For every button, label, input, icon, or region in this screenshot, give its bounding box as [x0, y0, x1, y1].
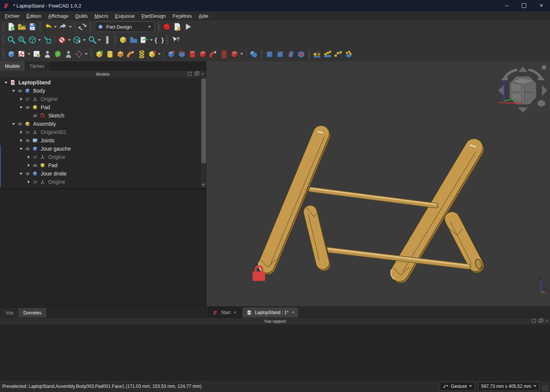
expander-open-icon[interactable] [18, 171, 24, 177]
expander-closed-icon[interactable] [26, 162, 32, 168]
pad-button[interactable] [94, 49, 105, 59]
chevron-down-icon[interactable] [150, 39, 153, 41]
tree-item-label[interactable]: LaptopStand [18, 79, 51, 85]
tree-item-label[interactable]: Origine [41, 96, 58, 102]
create-group-button[interactable] [128, 35, 139, 45]
create-part-button[interactable] [118, 35, 128, 45]
shapebinder-button[interactable] [63, 49, 74, 59]
expander-closed-icon[interactable] [18, 129, 24, 135]
tree-item-origine001[interactable]: Origine001 [0, 128, 201, 136]
eye-icon[interactable] [24, 137, 31, 143]
tree-item-origine[interactable]: Origine [0, 153, 201, 161]
tree-item-sketch[interactable]: Sketch [0, 111, 201, 120]
eye-icon[interactable] [24, 104, 31, 110]
tab-vue[interactable]: Vue [1, 308, 18, 317]
chevron-down-icon[interactable] [158, 53, 161, 55]
close-tab-icon[interactable]: × [233, 310, 236, 315]
tree-item-label[interactable]: Origine001 [41, 129, 67, 135]
view-selection-button[interactable] [42, 35, 53, 45]
boolean-operation-button[interactable] [248, 49, 259, 59]
menu-aide[interactable]: Aide [195, 12, 212, 20]
tree-item-label[interactable]: Sketch [48, 113, 64, 119]
maximize-button[interactable] [515, 0, 533, 11]
arrow-up[interactable] [518, 67, 527, 72]
linear-pattern-button[interactable] [322, 49, 333, 59]
tree-item-label[interactable]: Origine [48, 179, 65, 185]
isometric-view-button[interactable] [27, 35, 38, 45]
menu-edition[interactable]: Édition [23, 12, 45, 20]
navcube-menu-dot[interactable] [542, 65, 546, 70]
redo-button[interactable] [58, 21, 69, 32]
eye-icon[interactable] [24, 171, 31, 177]
draft-button[interactable] [285, 49, 296, 59]
zoom-tools-button[interactable] [87, 35, 98, 45]
tree-item-joints[interactable]: Joints [0, 136, 201, 145]
eye-icon[interactable] [24, 146, 31, 152]
tree-item-origine[interactable]: Origine [0, 95, 201, 103]
tree-item-label[interactable]: Origine [48, 154, 65, 160]
float-icon[interactable] [195, 72, 198, 76]
polar-pattern-button[interactable] [333, 49, 343, 59]
navigation-style-select[interactable]: Gesture [440, 382, 475, 391]
3d-viewport[interactable]: AVANT DROITE Z Y X [206, 61, 550, 306]
chevron-down-icon[interactable] [69, 26, 72, 28]
mdi-tab-start[interactable]: Start× [208, 307, 241, 317]
menu-fenetres[interactable]: Fenêtres [169, 12, 195, 20]
tree-item-label[interactable]: Joue droite [41, 171, 67, 177]
tree-scrollbar[interactable] [201, 78, 206, 188]
rotate-right-arrow[interactable] [529, 70, 540, 76]
expander-closed-icon[interactable] [18, 96, 24, 102]
tree-item-joue-droite[interactable]: Joue droite [0, 169, 201, 178]
measure-button[interactable] [102, 35, 113, 45]
mdi-tab-laptopstand-1-[interactable]: LaptopStand : 1*× [242, 307, 299, 317]
undo-button[interactable] [43, 21, 53, 32]
create-datum-button[interactable] [74, 49, 84, 59]
expander-open-icon[interactable] [11, 88, 17, 94]
expression-actions-button[interactable]: { } [154, 35, 165, 45]
tab-modele[interactable]: Modèle [0, 61, 24, 71]
chamfer-button[interactable] [275, 49, 285, 59]
scrollbar-thumb[interactable] [201, 79, 206, 163]
menu-fichier[interactable]: Fichier [2, 12, 23, 20]
tree-item-label[interactable]: Joue gauche [41, 146, 71, 152]
eye-hidden-icon[interactable] [32, 154, 39, 160]
open-document-button[interactable] [17, 21, 27, 32]
map-sketch-button[interactable] [42, 49, 53, 59]
whats-this-button[interactable]: ? [170, 35, 180, 45]
tree-item-joue-gauche[interactable]: Joue gauche [0, 145, 201, 153]
chevron-down-icon[interactable] [85, 53, 88, 55]
additive-loft-button[interactable] [115, 49, 126, 59]
dock-icon[interactable] [532, 319, 536, 323]
close-panel-icon[interactable]: × [202, 72, 204, 75]
eye-icon[interactable] [32, 162, 39, 168]
element-selection-button[interactable] [72, 35, 82, 45]
expander-closed-icon[interactable] [18, 137, 24, 143]
tree-item-label[interactable]: Body [33, 88, 45, 94]
toolbar-drag-handle[interactable] [308, 49, 310, 59]
macro-execute-button[interactable] [183, 21, 193, 32]
edit-sketch-button[interactable] [32, 49, 42, 59]
additive-pipe-button[interactable] [126, 49, 136, 59]
tree-item-label[interactable]: Joints [41, 137, 55, 143]
resize-grip[interactable] [542, 386, 548, 391]
tree-item-body[interactable]: Body [0, 87, 201, 95]
toolbar-drag-handle[interactable] [89, 22, 91, 32]
rotate-left-arrow[interactable] [506, 70, 517, 76]
navcube-front-label[interactable]: AVANT [511, 90, 521, 95]
toolbar-drag-handle[interactable] [166, 35, 168, 45]
navigation-cube[interactable]: AVANT DROITE [498, 65, 547, 113]
eye-icon[interactable] [17, 88, 24, 94]
expander-open-icon[interactable] [18, 104, 24, 110]
chevron-down-icon[interactable] [98, 39, 101, 41]
expander-open-icon[interactable] [3, 79, 9, 85]
zoom-selection-button[interactable] [17, 35, 27, 45]
refresh-button[interactable] [77, 21, 88, 32]
tree-item-origine[interactable]: Origine [0, 178, 201, 186]
macro-edit-button[interactable] [172, 21, 183, 32]
menu-esquisse[interactable]: Esquisse [111, 12, 138, 20]
subtractive-loft-button[interactable] [198, 49, 208, 59]
tree-item-laptopstand[interactable]: LaptopStand [0, 78, 201, 87]
subtractive-pipe-button[interactable] [208, 49, 219, 59]
workbench-selector[interactable]: Part Design [94, 21, 155, 32]
thickness-button[interactable] [296, 49, 306, 59]
